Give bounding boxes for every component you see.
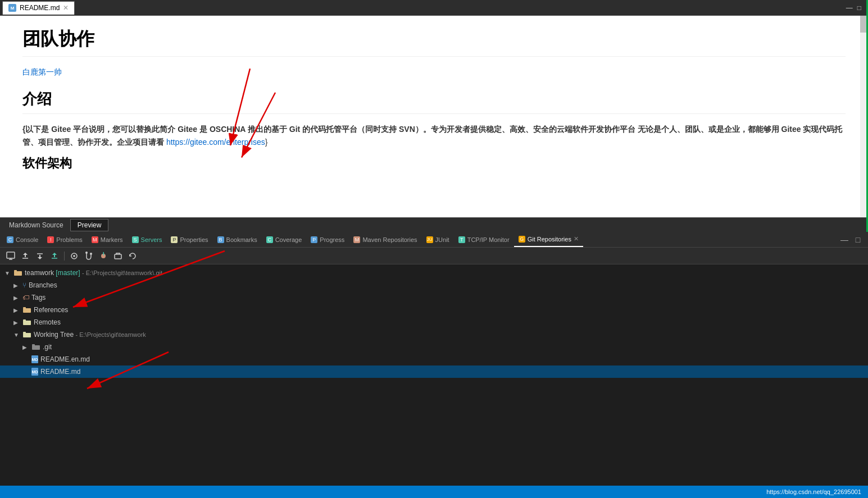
tree-references[interactable]: ▶ References (0, 304, 868, 316)
progress-icon: P (311, 236, 317, 243)
push-button[interactable] (48, 250, 61, 262)
working-tree-arrow: ▼ (13, 332, 20, 338)
pull-button[interactable] (34, 250, 46, 262)
tab-properties[interactable]: P Properties (166, 232, 212, 247)
repo-label: teamwork [master] - E:\Projects\git\team… (25, 269, 162, 277)
readme-en-icon: MD (31, 355, 38, 363)
git-tree-panel: ▼ teamwork [master] - E:\Projects\git\te… (0, 264, 868, 486)
references-icon (22, 307, 31, 313)
readme-en-label: README.en.md (40, 355, 90, 363)
remotes-arrow: ▶ (13, 319, 20, 326)
branches-label: Branches (29, 281, 57, 289)
panel-controls: — □ (839, 234, 864, 245)
tab-maven[interactable]: M Maven Repositories (349, 232, 421, 247)
tree-git-folder[interactable]: ▶ .git (0, 341, 868, 353)
stash-button[interactable] (112, 250, 124, 262)
references-arrow: ▶ (13, 307, 20, 313)
maximize-icon[interactable]: □ (857, 4, 861, 12)
console-icon: C (7, 236, 13, 243)
working-tree-icon (22, 331, 31, 338)
svg-point-9 (90, 253, 92, 255)
svg-rect-16 (23, 321, 31, 325)
tab-problems[interactable]: ! Problems (43, 232, 87, 247)
tab-git-repositories[interactable]: G Git Repositories ✕ (514, 232, 583, 247)
tab-label: README.md (20, 4, 60, 12)
git-toolbar (0, 248, 868, 264)
branches-arrow: ▶ (13, 282, 20, 289)
rebase-button[interactable] (68, 250, 80, 262)
mode-tabs-bar: Markdown Source Preview (0, 217, 868, 232)
problems-icon: ! (47, 236, 54, 243)
tags-icon: 🏷 (22, 294, 29, 301)
git-tab-close[interactable]: ✕ (574, 235, 579, 243)
doc-author[interactable]: 白鹿第一帅 (22, 66, 846, 78)
gitee-enterprises-link[interactable]: https://gitee.com/enterprises (166, 138, 265, 147)
fetch-button[interactable] (19, 250, 31, 262)
intro-heading: 介绍 (22, 89, 846, 114)
panel-tabs-bar: C Console ! Problems M Markers S Servers… (0, 232, 868, 248)
panel-minimize-button[interactable]: — (839, 234, 850, 245)
properties-icon: P (171, 236, 178, 243)
servers-icon: S (132, 236, 139, 243)
mode-tab-source[interactable]: Markdown Source (2, 219, 70, 231)
tab-junit[interactable]: JU JUnit (422, 232, 454, 247)
cherry-pick-button[interactable] (97, 250, 110, 262)
tree-tags[interactable]: ▶ 🏷 Tags (0, 291, 868, 304)
minimize-icon[interactable]: — (846, 4, 853, 12)
tree-readme-md[interactable]: ▶ MD README.md (0, 365, 868, 378)
readme-tab[interactable]: M README.md ✕ (2, 1, 75, 15)
git-repo-icon: G (519, 236, 525, 243)
references-label: References (34, 306, 68, 314)
tab-tcpip[interactable]: T TCP/IP Monitor (454, 232, 514, 247)
panel-maximize-button[interactable]: □ (852, 234, 864, 245)
tags-label: Tags (31, 294, 46, 301)
tree-repo-root[interactable]: ▼ teamwork [master] - E:\Projects\git\te… (0, 267, 868, 279)
git-folder-arrow: ▶ (22, 344, 29, 350)
editor-tab-bar: M README.md ✕ — □ (0, 0, 868, 16)
svg-rect-14 (23, 308, 31, 313)
working-tree-label: Working Tree - E:\Projects\git\teamwork (34, 331, 146, 339)
svg-rect-12 (14, 271, 22, 276)
readme-md-label: README.md (40, 368, 80, 376)
status-bar: https://blog.csdn.net/qq_22695001 (0, 486, 868, 498)
tab-console[interactable]: C Console (2, 232, 43, 247)
svg-rect-15 (23, 307, 26, 309)
svg-rect-20 (32, 345, 40, 350)
coverage-icon: C (266, 236, 273, 243)
arch-heading: 软件架构 (22, 155, 846, 172)
maven-icon: M (353, 236, 360, 243)
repo-icon (13, 269, 22, 276)
svg-rect-4 (7, 252, 15, 258)
tab-coverage[interactable]: C Coverage (262, 232, 307, 247)
bottom-panel: C Console ! Problems M Markers S Servers… (0, 232, 868, 486)
tab-progress[interactable]: P Progress (306, 232, 349, 247)
preview-pane: 团队协作 白鹿第一帅 介绍 {以下是 Gitee 平台说明，您可以替换此简介 G… (0, 16, 868, 217)
intro-text: {以下是 Gitee 平台说明，您可以替换此简介 Gitee 是 OSCHINA… (22, 123, 846, 148)
tab-servers[interactable]: S Servers (128, 232, 167, 247)
svg-rect-19 (23, 332, 26, 333)
add-repo-button[interactable] (4, 250, 17, 262)
svg-rect-13 (14, 270, 17, 272)
merge-button[interactable] (83, 250, 95, 262)
git-folder-icon (31, 344, 40, 350)
tree-remotes[interactable]: ▶ Remotes (0, 316, 868, 328)
tab-close-button[interactable]: ✕ (63, 4, 69, 12)
junit-icon: JU (426, 236, 433, 243)
tab-markers[interactable]: M Markers (87, 232, 128, 247)
readme-md-icon: MD (31, 368, 38, 376)
doc-title: 团队协作 (22, 27, 846, 57)
expand-arrow: ▼ (4, 270, 11, 276)
reset-button[interactable] (126, 250, 139, 262)
tree-readme-en[interactable]: ▶ MD README.en.md (0, 353, 868, 365)
mode-tab-preview[interactable]: Preview (70, 219, 109, 231)
tree-branches[interactable]: ▶ ⑂ Branches (0, 279, 868, 291)
markers-icon: M (92, 236, 98, 243)
status-url[interactable]: https://blog.csdn.net/qq_22695001 (766, 488, 861, 495)
tab-bookmarks[interactable]: B Bookmarks (213, 232, 262, 247)
tree-working-tree[interactable]: ▼ Working Tree - E:\Projects\git\teamwor… (0, 328, 868, 341)
svg-rect-18 (23, 333, 31, 337)
toolbar-separator-1 (64, 252, 65, 261)
intro-bold: {以下是 Gitee 平台说明，您可以替换此简介 Gitee 是 OSCHINA… (22, 125, 842, 146)
tcpip-icon: T (458, 236, 465, 243)
bookmarks-icon: B (217, 236, 224, 243)
